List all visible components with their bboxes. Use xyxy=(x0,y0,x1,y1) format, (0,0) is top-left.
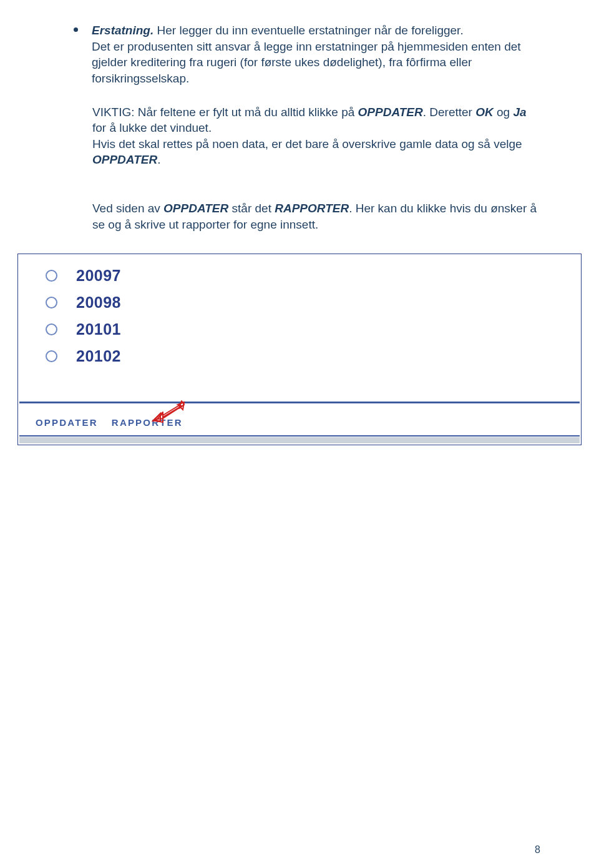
para1-oppdater: OPPDATER xyxy=(358,106,423,119)
radio-label: 20101 xyxy=(76,320,121,338)
radio-icon[interactable] xyxy=(46,270,57,282)
radio-label: 20097 xyxy=(76,267,121,285)
embedded-screenshot: 20097 20098 20101 20102 OPPDATER RAPPORT… xyxy=(17,254,582,445)
oppdater-button[interactable]: OPPDATER xyxy=(36,417,98,428)
radio-icon[interactable] xyxy=(46,350,57,362)
para1-line3c: . xyxy=(157,153,160,166)
radio-label: 20098 xyxy=(76,293,121,312)
bottom-bar xyxy=(19,437,580,443)
divider-thin xyxy=(19,435,580,436)
radio-row[interactable]: 20101 xyxy=(46,320,581,338)
bullet-line2: Det er produsenten sitt ansvar å legge i… xyxy=(92,39,543,87)
button-bar: OPPDATER RAPPORTER xyxy=(18,403,581,435)
para1-line3b: OPPDATER xyxy=(92,153,157,166)
radio-row[interactable]: 20102 xyxy=(46,347,581,365)
radio-icon[interactable] xyxy=(46,323,57,335)
para2-mid: står det xyxy=(228,202,275,215)
bullet-item: Erstatning. Her legger du inn eventuelle… xyxy=(75,22,543,87)
bullet-icon xyxy=(74,27,78,32)
para1-ja: Ja xyxy=(513,106,526,119)
para2-pre: Ved siden av xyxy=(92,202,163,215)
radio-icon[interactable] xyxy=(46,297,57,308)
bullet-text: Erstatning. Her legger du inn eventuelle… xyxy=(92,22,543,87)
radio-label: 20102 xyxy=(76,347,121,365)
para2-oppdater: OPPDATER xyxy=(163,202,228,215)
paragraph-rapporter: Ved siden av OPPDATER står det RAPPORTER… xyxy=(75,200,543,232)
rapporter-button[interactable]: RAPPORTER xyxy=(112,417,183,428)
bullet-title: Erstatning. xyxy=(92,24,153,37)
para1-p3: for å lukke det vinduet. xyxy=(92,121,212,134)
page-number: 8 xyxy=(535,844,540,856)
para1-p2: og xyxy=(494,106,514,119)
bullet-line1: Her legger du inn eventuelle erstatninge… xyxy=(153,24,463,37)
para1-pre: VIKTIG: Når feltene er fylt ut må du all… xyxy=(92,106,358,119)
radio-row[interactable]: 20097 xyxy=(46,267,581,285)
para2-rapporter: RAPPORTER xyxy=(275,202,349,215)
radio-row[interactable]: 20098 xyxy=(46,293,581,312)
paragraph-viktig: VIKTIG: Når feltene er fylt ut må du all… xyxy=(75,104,543,169)
radio-list: 20097 20098 20101 20102 xyxy=(18,254,581,402)
para1-p1: . Deretter xyxy=(423,106,475,119)
para1-ok: OK xyxy=(475,106,494,119)
para1-line3a: Hvis det skal rettes på noen data, er de… xyxy=(92,137,522,150)
